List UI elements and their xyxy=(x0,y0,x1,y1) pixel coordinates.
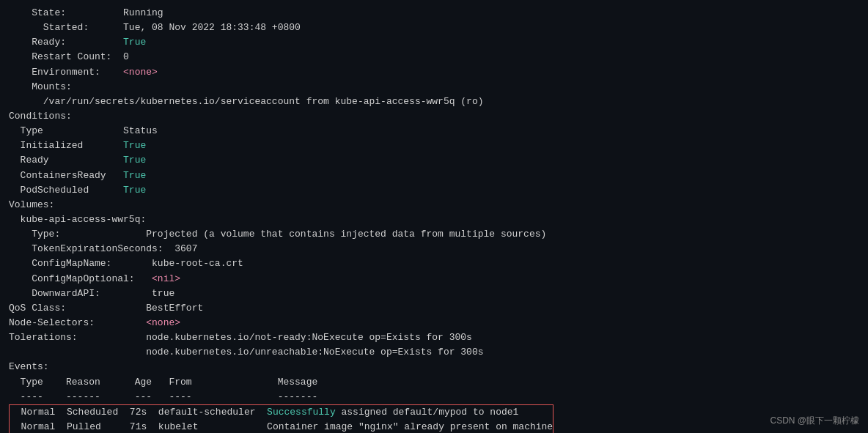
terminal-line: kube-api-access-wwr5q: xyxy=(9,212,859,227)
events-table: Normal Scheduled 72s default-scheduler S… xyxy=(9,404,859,433)
watermark: CSDN @眼下一颗柠檬 xyxy=(770,415,859,427)
terminal-line: Initialized True xyxy=(9,138,859,153)
terminal-line: ContainersReady True xyxy=(9,169,859,183)
terminal-line: TokenExpirationSeconds: 3607 xyxy=(9,242,859,256)
event-rows-box: Normal Scheduled 72s default-scheduler S… xyxy=(9,404,553,433)
terminal-line: Node-Selectors: <none> xyxy=(9,316,859,330)
event-row: Normal Pulled 71s kubelet Container imag… xyxy=(10,420,553,433)
terminal-line: DownwardAPI: true xyxy=(9,286,859,301)
terminal-line: node.kubernetes.io/unreachable:NoExecute… xyxy=(9,345,859,360)
terminal-line: Mounts: xyxy=(9,80,859,95)
terminal-line: /var/run/secrets/kubernetes.io/serviceac… xyxy=(9,95,859,109)
terminal-line: State: Running xyxy=(9,6,859,21)
event-row: Normal Scheduled 72s default-scheduler S… xyxy=(10,405,553,420)
terminal-line: Type Reason Age From Message xyxy=(9,375,859,390)
terminal-line: Ready: True xyxy=(9,35,859,50)
terminal-line: QoS Class: BestEffort xyxy=(9,301,859,316)
terminal-line: Volumes: xyxy=(9,198,859,212)
terminal-line: Environment: <none> xyxy=(9,65,859,80)
terminal-line: Type Status xyxy=(9,124,859,138)
terminal-line: PodScheduled True xyxy=(9,183,859,198)
terminal-line: Started: Tue, 08 Nov 2022 18:33:48 +0800 xyxy=(9,21,859,35)
terminal-line: Events: xyxy=(9,360,859,374)
terminal-line: Restart Count: 0 xyxy=(9,50,859,64)
terminal: State: Running Started: Tue, 08 Nov 2022… xyxy=(0,0,868,433)
terminal-line: ConfigMapOptional: <nil> xyxy=(9,272,859,286)
terminal-line: Tolerations: node.kubernetes.io/not-read… xyxy=(9,330,859,345)
terminal-line: ---- ------ --- ---- ------- xyxy=(9,390,859,404)
terminal-line: Ready True xyxy=(9,153,859,168)
terminal-line: Conditions: xyxy=(9,109,859,124)
terminal-line: Type: Projected (a volume that contains … xyxy=(9,227,859,242)
terminal-line: ConfigMapName: kube-root-ca.crt xyxy=(9,256,859,271)
